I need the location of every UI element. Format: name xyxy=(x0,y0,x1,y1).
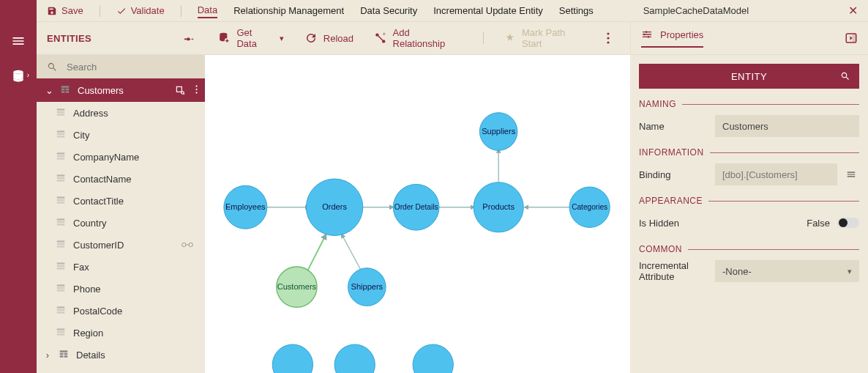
column-icon xyxy=(56,261,67,273)
svg-rect-34 xyxy=(57,221,65,223)
hidden-toggle[interactable] xyxy=(837,218,859,228)
field-postalcode[interactable]: PostalCode xyxy=(37,300,205,322)
binding-value: [dbo].[Customers] xyxy=(715,163,837,185)
validate-button[interactable]: Validate xyxy=(116,5,165,16)
pin-icon[interactable] xyxy=(183,32,195,44)
incremental-select[interactable]: -None- ▾ xyxy=(715,260,859,282)
field-fax[interactable]: Fax xyxy=(37,256,205,278)
entity-chip: ENTITY xyxy=(639,64,859,89)
locate-icon[interactable] xyxy=(175,85,185,95)
svg-point-9 xyxy=(646,31,648,33)
field-city[interactable]: City xyxy=(37,124,205,146)
child-entity-details[interactable]: ›Details xyxy=(37,344,205,366)
svg-point-7 xyxy=(607,37,609,39)
tab-settings[interactable]: Settings xyxy=(559,5,594,16)
node-shippers[interactable]: Shippers xyxy=(348,268,386,306)
section-information: INFORMATION xyxy=(639,147,859,158)
svg-rect-21 xyxy=(57,130,65,132)
save-button[interactable]: Save xyxy=(47,5,83,16)
hamburger-icon[interactable] xyxy=(10,33,26,49)
svg-point-77 xyxy=(334,344,375,373)
svg-rect-51 xyxy=(57,331,65,333)
top-menu: Save Validate Data Relationship Manageme… xyxy=(37,0,868,22)
body-row: ⌄ Customers AddressCityCompanyNameContac… xyxy=(37,55,868,373)
selected-entity-row[interactable]: ⌄ Customers xyxy=(37,78,205,102)
search-icon xyxy=(47,62,58,73)
svg-text:Orders: Orders xyxy=(322,202,347,211)
node-order-details[interactable]: Order Details xyxy=(393,184,439,230)
svg-text:Suppliers: Suppliers xyxy=(482,127,516,136)
field-tree[interactable]: AddressCityCompanyNameContactNameContact… xyxy=(37,102,205,373)
field-companyname[interactable]: CompanyName xyxy=(37,146,205,168)
svg-rect-47 xyxy=(57,306,65,308)
svg-rect-33 xyxy=(57,218,65,220)
node-products[interactable]: Products xyxy=(474,182,523,232)
svg-point-78 xyxy=(413,344,453,373)
name-input[interactable]: Customers xyxy=(715,115,859,137)
svg-rect-32 xyxy=(57,202,65,203)
properties-header: Properties xyxy=(630,22,868,54)
entity-more-icon[interactable] xyxy=(195,85,198,95)
column-icon xyxy=(56,129,67,141)
tab-relationship[interactable]: Relationship Management xyxy=(233,5,344,16)
tab-data[interactable]: Data xyxy=(198,4,217,18)
reload-button[interactable]: Reload xyxy=(304,32,353,45)
field-customerid[interactable]: CustomerID xyxy=(37,234,205,256)
add-relationship-button[interactable]: + Add Relationship xyxy=(374,27,463,49)
field-address[interactable]: Address xyxy=(37,102,205,124)
svg-rect-41 xyxy=(57,262,65,264)
close-icon[interactable]: ✕ xyxy=(848,4,858,18)
node-orders[interactable]: Orders xyxy=(306,179,362,235)
svg-point-8 xyxy=(607,41,609,43)
section-appearance: APPEARANCE xyxy=(639,196,859,206)
field-country[interactable]: Country xyxy=(37,212,205,234)
field-contactname[interactable]: ContactName xyxy=(37,168,205,190)
section-common: COMMON xyxy=(639,244,859,254)
svg-point-1 xyxy=(220,33,227,36)
svg-rect-31 xyxy=(57,199,65,201)
chevron-down-icon: ▾ xyxy=(848,267,852,276)
get-data-button[interactable]: Get Data ▾ xyxy=(218,27,284,49)
binding-menu-icon[interactable] xyxy=(843,166,859,182)
svg-rect-50 xyxy=(57,328,65,330)
field-phone[interactable]: Phone xyxy=(37,278,205,300)
field-contacttitle[interactable]: ContactTitle xyxy=(37,190,205,212)
column-icon xyxy=(56,327,67,339)
svg-point-15 xyxy=(195,85,197,86)
svg-rect-26 xyxy=(57,158,65,159)
column-icon xyxy=(56,239,67,251)
node-employees[interactable]: Employees xyxy=(224,185,267,229)
expand-panel-icon[interactable] xyxy=(845,32,858,45)
tab-security[interactable]: Data Security xyxy=(360,5,417,16)
svg-rect-43 xyxy=(57,267,65,269)
properties-panel: ENTITY NAMING Name Customers INFORMATION xyxy=(630,55,868,373)
column-icon xyxy=(56,283,67,295)
column-icon xyxy=(56,151,67,163)
svg-point-40 xyxy=(189,243,192,246)
svg-point-6 xyxy=(607,32,609,34)
tab-incremental[interactable]: Incremental Update Entity xyxy=(433,5,543,16)
properties-tab[interactable]: Properties xyxy=(641,29,703,48)
svg-line-58 xyxy=(307,234,326,273)
search-icon[interactable] xyxy=(840,71,850,81)
svg-rect-36 xyxy=(57,240,65,242)
svg-rect-45 xyxy=(57,287,65,289)
sliders-icon xyxy=(641,29,653,40)
svg-point-10 xyxy=(643,34,646,36)
more-icon[interactable] xyxy=(607,32,610,44)
search-input[interactable] xyxy=(65,61,195,73)
entities-header: ENTITIES xyxy=(37,22,205,54)
node-suppliers[interactable]: Suppliers xyxy=(479,113,517,151)
table-icon xyxy=(60,84,72,96)
diagram-canvas[interactable]: Employees Orders Order Details Products … xyxy=(205,55,630,373)
node-categories[interactable]: Categories xyxy=(569,187,610,227)
database-icon[interactable]: › xyxy=(10,68,26,84)
node-customers[interactable]: Customers xyxy=(277,267,317,307)
search-box[interactable] xyxy=(37,55,205,78)
column-icon xyxy=(56,195,67,207)
svg-rect-44 xyxy=(57,284,65,286)
incremental-label: IncrementalAttribute xyxy=(639,260,709,282)
svg-text:Shippers: Shippers xyxy=(351,282,384,291)
field-region[interactable]: Region xyxy=(37,322,205,344)
svg-rect-48 xyxy=(57,309,65,311)
